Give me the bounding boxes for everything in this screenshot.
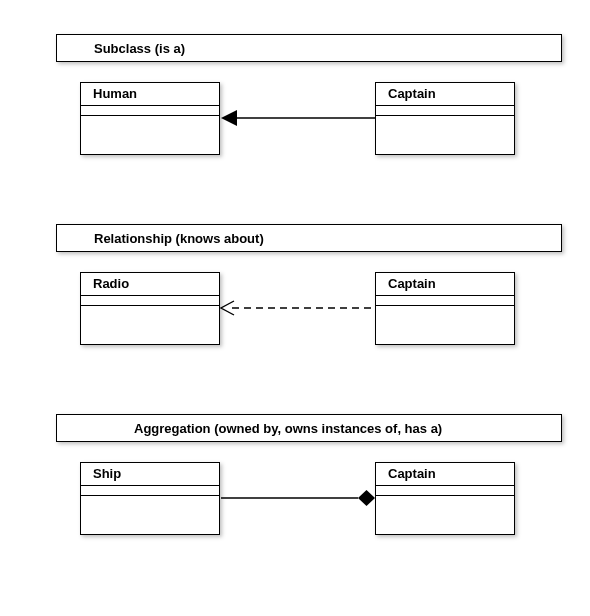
connector-relationship: [221, 301, 375, 315]
uml-operations: [376, 306, 514, 344]
uml-operations: [81, 496, 219, 534]
uml-class-right: Captain: [375, 462, 515, 535]
section-title: Subclass (is a): [94, 41, 185, 56]
uml-class-name: Human: [81, 83, 219, 106]
uml-class-left: Human: [80, 82, 220, 155]
uml-class-name: Ship: [81, 463, 219, 486]
uml-attributes: [376, 296, 514, 306]
uml-attributes: [376, 106, 514, 116]
uml-class-left: Radio: [80, 272, 220, 345]
uml-attributes: [81, 106, 219, 116]
uml-class-name: Radio: [81, 273, 219, 296]
uml-operations: [376, 496, 514, 534]
uml-operations: [81, 306, 219, 344]
connector-inheritance: [221, 110, 375, 126]
uml-class-name: Captain: [376, 83, 514, 106]
section-title: Aggregation (owned by, owns instances of…: [134, 421, 442, 436]
connector-aggregation: [221, 490, 375, 506]
uml-attributes: [376, 486, 514, 496]
uml-operations: [81, 116, 219, 154]
uml-operations: [376, 116, 514, 154]
section-title: Relationship (knows about): [94, 231, 264, 246]
svg-marker-4: [358, 490, 375, 506]
uml-attributes: [81, 296, 219, 306]
uml-attributes: [81, 486, 219, 496]
svg-marker-1: [221, 110, 237, 126]
uml-class-right: Captain: [375, 82, 515, 155]
uml-class-right: Captain: [375, 272, 515, 345]
uml-class-name: Captain: [376, 463, 514, 486]
uml-class-name: Captain: [376, 273, 514, 296]
uml-class-left: Ship: [80, 462, 220, 535]
